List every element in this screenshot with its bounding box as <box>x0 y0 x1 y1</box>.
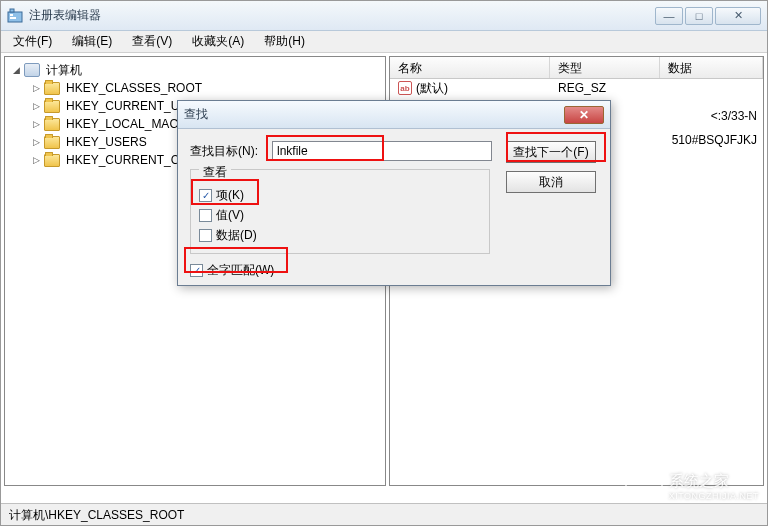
dialog-body: 查找目标(N): 查看 ✓ 项(K) 值(V) 数据(D) ✓ <box>178 129 610 292</box>
watermark: 系统之家 XITONGZHIJIA.NET <box>625 472 759 501</box>
checkbox-icon[interactable]: ✓ <box>199 189 212 202</box>
check-values-label: 值(V) <box>216 207 244 224</box>
computer-icon <box>24 63 40 77</box>
menu-file[interactable]: 文件(F) <box>5 31 60 52</box>
minimize-button[interactable]: — <box>655 7 683 25</box>
maximize-button[interactable]: □ <box>685 7 713 25</box>
find-target-input[interactable] <box>272 141 492 161</box>
dialog-title: 查找 <box>184 106 564 123</box>
expand-icon[interactable]: ▷ <box>31 155 42 166</box>
col-name[interactable]: 名称 <box>390 57 550 78</box>
dialog-titlebar[interactable]: 查找 ✕ <box>178 101 610 129</box>
svg-rect-1 <box>10 9 14 12</box>
expand-icon[interactable]: ▷ <box>31 119 42 130</box>
folder-icon <box>44 100 60 113</box>
svg-rect-3 <box>10 17 16 19</box>
menu-help[interactable]: 帮助(H) <box>256 31 313 52</box>
statusbar: 计算机\HKEY_CLASSES_ROOT <box>1 503 767 525</box>
extra-data-1: <:3/33-N <box>711 109 757 123</box>
check-data-row[interactable]: 数据(D) <box>199 225 481 245</box>
look-at-fieldset: 查看 ✓ 项(K) 值(V) 数据(D) <box>190 169 490 254</box>
col-data[interactable]: 数据 <box>660 57 763 78</box>
dialog-close-button[interactable]: ✕ <box>564 106 604 124</box>
folder-icon <box>44 154 60 167</box>
look-at-legend: 查看 <box>199 164 231 181</box>
titlebar: 注册表编辑器 — □ ✕ <box>1 1 767 31</box>
string-value-icon: ab <box>398 81 412 95</box>
value-name: (默认) <box>416 80 448 97</box>
find-next-button[interactable]: 查找下一个(F) <box>506 141 596 163</box>
svg-rect-2 <box>10 14 13 16</box>
checkbox-icon[interactable] <box>199 209 212 222</box>
regedit-icon <box>7 8 23 24</box>
folder-icon <box>44 136 60 149</box>
cancel-button[interactable]: 取消 <box>506 171 596 193</box>
tree-root[interactable]: ◢ 计算机 <box>7 61 383 79</box>
expand-icon[interactable]: ▷ <box>31 137 42 148</box>
menu-favorites[interactable]: 收藏夹(A) <box>184 31 252 52</box>
checkbox-icon[interactable]: ✓ <box>190 264 203 277</box>
watermark-main: 系统之家 <box>669 472 759 491</box>
check-data-label: 数据(D) <box>216 227 257 244</box>
tree-label: HKEY_LOCAL_MAC <box>66 117 178 131</box>
col-type[interactable]: 类型 <box>550 57 660 78</box>
tree-label: HKEY_CLASSES_ROOT <box>66 81 202 95</box>
list-header: 名称 类型 数据 <box>390 57 763 79</box>
menubar: 文件(F) 编辑(E) 查看(V) 收藏夹(A) 帮助(H) <box>1 31 767 53</box>
tree-label: HKEY_CURRENT_C <box>66 153 179 167</box>
folder-icon <box>44 82 60 95</box>
tree-label: HKEY_USERS <box>66 135 147 149</box>
find-dialog: 查找 ✕ 查找目标(N): 查看 ✓ 项(K) 值(V) 数据(D) <box>177 100 611 286</box>
whole-match-label: 全字匹配(W) <box>207 262 274 279</box>
find-target-label: 查找目标(N): <box>190 143 272 160</box>
value-type: REG_SZ <box>550 81 660 95</box>
tree-root-label: 计算机 <box>46 62 82 79</box>
check-keys-label: 项(K) <box>216 187 244 204</box>
extra-data-2: 510#BSQJFJKJ <box>672 133 757 147</box>
close-button[interactable]: ✕ <box>715 7 761 25</box>
watermark-logo-icon <box>625 473 663 501</box>
menu-view[interactable]: 查看(V) <box>124 31 180 52</box>
collapse-icon[interactable]: ◢ <box>11 65 22 76</box>
window-title: 注册表编辑器 <box>29 7 655 24</box>
window-buttons: — □ ✕ <box>655 7 761 25</box>
watermark-sub: XITONGZHIJIA.NET <box>669 491 759 501</box>
tree-item[interactable]: ▷HKEY_CLASSES_ROOT <box>7 79 383 97</box>
expand-icon[interactable]: ▷ <box>31 101 42 112</box>
check-keys-row[interactable]: ✓ 项(K) <box>199 185 481 205</box>
whole-match-row[interactable]: ✓ 全字匹配(W) <box>190 260 598 280</box>
check-values-row[interactable]: 值(V) <box>199 205 481 225</box>
checkbox-icon[interactable] <box>199 229 212 242</box>
folder-icon <box>44 118 60 131</box>
menu-edit[interactable]: 编辑(E) <box>64 31 120 52</box>
expand-icon[interactable]: ▷ <box>31 83 42 94</box>
list-row[interactable]: ab (默认) REG_SZ <box>390 79 763 97</box>
tree-label: HKEY_CURRENT_U <box>66 99 179 113</box>
